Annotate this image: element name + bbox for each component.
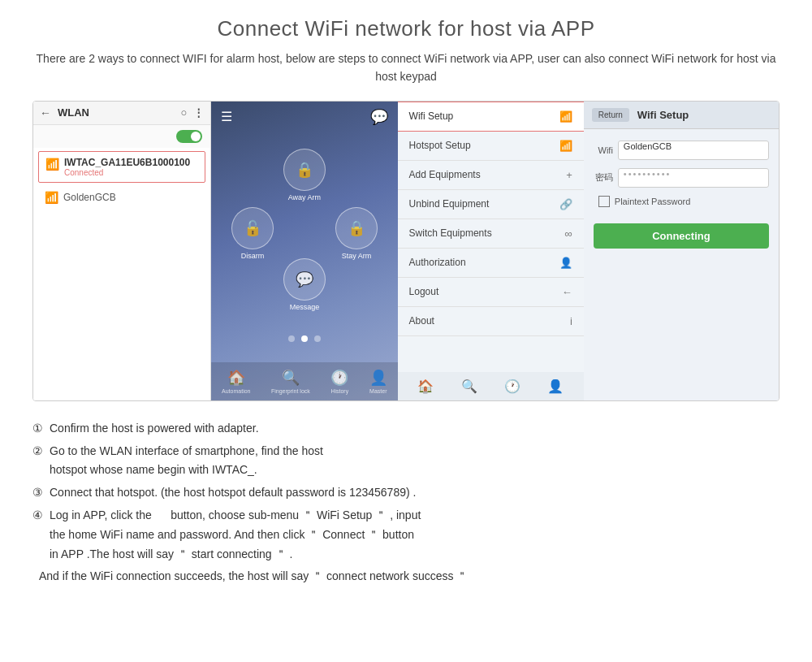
wifi-setup-label: Wifi Setup bbox=[409, 110, 454, 122]
back-arrow-icon[interactable]: ← bbox=[40, 106, 51, 119]
page-title: Connect WiFi network for host via APP bbox=[32, 16, 780, 41]
submenu-authorization[interactable]: Authorization 👤 bbox=[398, 249, 584, 278]
wifi-name-value: GoldenGCB bbox=[624, 141, 672, 151]
logout-icon: ← bbox=[562, 286, 572, 298]
num-2: ② bbox=[32, 442, 43, 481]
dots-row bbox=[288, 335, 321, 342]
hotspot-setup-label: Hotspot Setup bbox=[409, 140, 471, 151]
stay-arm-circle: 🔒 bbox=[335, 207, 378, 249]
stay-arm-button[interactable]: 🔒 Stay Arm bbox=[335, 207, 378, 260]
automation-label: Automation bbox=[222, 388, 250, 394]
dot-2 bbox=[301, 335, 308, 342]
wifi-setup-header: Return Wifi Setup bbox=[584, 102, 779, 129]
app-menu-bar: ☰ 💬 bbox=[211, 102, 397, 132]
wifi-connected-icon: 📶 bbox=[45, 158, 59, 171]
hotspot-icon: 📶 bbox=[559, 140, 572, 152]
instruction-2: ② Go to the WLAN interface of smartphone… bbox=[32, 442, 780, 481]
submenu-about[interactable]: About i bbox=[398, 307, 584, 336]
submenu-switch-equipments[interactable]: Switch Equipments ∞ bbox=[398, 219, 584, 249]
submenu-add-equipments[interactable]: Add Equipments + bbox=[398, 161, 584, 190]
add-icon: + bbox=[566, 169, 572, 181]
submenu-panel: Wifi Setup 📶 Hotspot Setup 📶 Add Equipme… bbox=[398, 102, 584, 400]
wifi-setup-icon: 📶 bbox=[559, 110, 572, 123]
nav-fingerprint[interactable]: 🔍 Fingerprint lock bbox=[271, 369, 310, 394]
history-label: History bbox=[330, 388, 348, 394]
password-label: 密码 bbox=[594, 171, 613, 184]
sb-home-icon[interactable]: 🏠 bbox=[417, 379, 434, 394]
more-icon[interactable]: ⋮ bbox=[193, 106, 204, 119]
num-4: ④ bbox=[32, 506, 43, 564]
instruction-4: ④ Log in APP, click the button, choose s… bbox=[32, 506, 780, 564]
connected-status: Connected bbox=[64, 168, 190, 177]
submenu-hotspot-setup[interactable]: Hotspot Setup 📶 bbox=[398, 132, 584, 161]
authorization-label: Authorization bbox=[409, 257, 466, 268]
dial-pad: 🔒 Away Arm 🔓 Disarm 🔒 Stay Arm 💬 Message bbox=[231, 149, 378, 311]
wifi-password-input[interactable]: •••••••••• bbox=[618, 168, 769, 188]
disarm-label: Disarm bbox=[241, 252, 265, 260]
plaintext-label: Plaintext Password bbox=[615, 197, 691, 206]
wifi-form: Wifi GoldenGCB 密码 •••••••••• Plaintext P… bbox=[584, 129, 779, 219]
instr-text-5: And if the WiFi connection succeeds, the… bbox=[39, 567, 780, 586]
plaintext-row: Plaintext Password bbox=[594, 196, 769, 207]
message-button[interactable]: 💬 Message bbox=[283, 258, 326, 311]
num-1: ① bbox=[32, 419, 43, 439]
disarm-button[interactable]: 🔓 Disarm bbox=[231, 207, 274, 260]
num-3: ③ bbox=[32, 483, 43, 503]
auth-icon: 👤 bbox=[559, 257, 572, 269]
wlan-bar: ← WLAN ○ ⋮ bbox=[33, 102, 210, 125]
automation-icon: 🏠 bbox=[227, 369, 245, 387]
dot-1 bbox=[288, 335, 295, 342]
subtitle: There are 2 ways to connect WIFI for ala… bbox=[32, 50, 780, 86]
submenu-logout[interactable]: Logout ← bbox=[398, 278, 584, 307]
wlan-toggle[interactable] bbox=[176, 130, 202, 143]
wifi-setup-panel: Return Wifi Setup Wifi GoldenGCB 密码 ••••… bbox=[584, 102, 779, 400]
submenu-bottom-nav: 🏠 🔍 🕐 👤 bbox=[398, 372, 584, 400]
other-network-name: GoldenGCB bbox=[63, 192, 116, 203]
sb-master-icon[interactable]: 👤 bbox=[547, 379, 564, 394]
master-label: Master bbox=[369, 388, 387, 394]
wifi-password-value: •••••••••• bbox=[624, 169, 672, 179]
submenu-unbind-equipment[interactable]: Unbind Equipment 🔗 bbox=[398, 190, 584, 219]
instruction-1: ① Confirm the host is powered with adapt… bbox=[32, 419, 780, 439]
fingerprint-label: Fingerprint lock bbox=[271, 388, 310, 394]
about-icon: i bbox=[570, 315, 572, 327]
wifi-setup-panel-title: Wifi Setup bbox=[637, 109, 689, 121]
plaintext-checkbox[interactable] bbox=[598, 196, 610, 207]
screenshots-container: ← WLAN ○ ⋮ 📶 IWTAC_GA11EU6B1000100 Conne… bbox=[32, 101, 780, 401]
instr-text-2: Go to the WLAN interface of smartphone, … bbox=[50, 442, 780, 481]
logout-label: Logout bbox=[409, 286, 439, 297]
connecting-button[interactable]: Connecting bbox=[594, 223, 769, 249]
chat-icon[interactable]: 💬 bbox=[370, 108, 388, 126]
instructions: ① Confirm the host is powered with adapt… bbox=[32, 419, 780, 586]
wifi-other-icon: 📶 bbox=[45, 191, 58, 204]
other-network-item[interactable]: 📶 GoldenGCB bbox=[38, 186, 205, 209]
sb-hist-icon[interactable]: 🕐 bbox=[504, 379, 520, 394]
circle-icon: ○ bbox=[180, 106, 187, 119]
unbind-icon: 🔗 bbox=[559, 198, 572, 210]
instruction-5: And if the WiFi connection succeeds, the… bbox=[32, 567, 780, 586]
wlan-icons: ○ ⋮ bbox=[180, 106, 204, 119]
instr-text-3: Connect that hotspot. (the host hotspot … bbox=[50, 483, 780, 503]
away-arm-label: Away Arm bbox=[288, 193, 321, 201]
nav-master[interactable]: 👤 Master bbox=[369, 369, 387, 394]
submenu-wifi-setup[interactable]: Wifi Setup 📶 bbox=[398, 102, 584, 132]
wlan-toggle-row bbox=[33, 125, 210, 148]
connected-network-item[interactable]: 📶 IWTAC_GA11EU6B1000100 Connected bbox=[38, 151, 205, 183]
switch-equipments-label: Switch Equipments bbox=[409, 227, 492, 239]
nav-history[interactable]: 🕐 History bbox=[330, 369, 348, 394]
instruction-3: ③ Connect that hotspot. (the host hotspo… bbox=[32, 483, 780, 503]
wifi-name-input[interactable]: GoldenGCB bbox=[618, 141, 769, 160]
return-button[interactable]: Return bbox=[592, 108, 629, 122]
nav-automation[interactable]: 🏠 Automation bbox=[222, 369, 250, 394]
wifi-field-label: Wifi bbox=[594, 145, 613, 155]
connected-network-name: IWTAC_GA11EU6B1000100 bbox=[64, 157, 190, 168]
sb-fp-icon[interactable]: 🔍 bbox=[461, 379, 477, 394]
wifi-password-row: 密码 •••••••••• bbox=[594, 168, 769, 188]
away-arm-button[interactable]: 🔒 Away Arm bbox=[283, 149, 326, 201]
instr-text-1: Confirm the host is powered with adapter… bbox=[50, 419, 780, 439]
hamburger-icon[interactable]: ☰ bbox=[221, 109, 232, 124]
fingerprint-icon: 🔍 bbox=[282, 369, 300, 387]
message-label: Message bbox=[290, 303, 320, 311]
stay-arm-label: Stay Arm bbox=[342, 252, 372, 260]
switch-icon: ∞ bbox=[565, 227, 572, 240]
